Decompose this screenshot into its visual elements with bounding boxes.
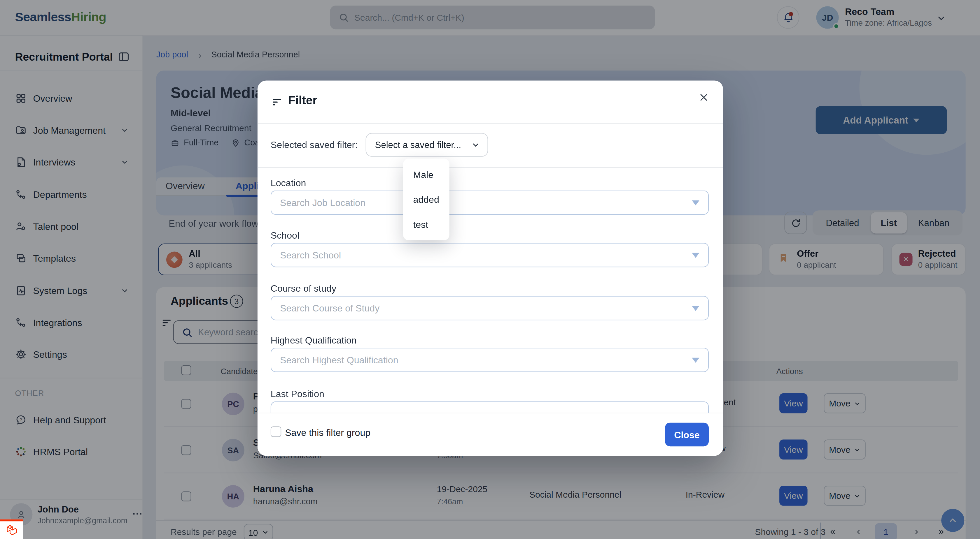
location-input[interactable]: Search Job Location (270, 190, 709, 215)
modal-header: Filter (258, 81, 723, 124)
saved-filter-select[interactable]: Select a saved filter... (366, 133, 488, 157)
school-input[interactable]: Search School (270, 243, 709, 268)
dropdown-option-male[interactable]: Male (403, 162, 449, 187)
course-placeholder: Search Course of Study (280, 303, 379, 313)
course-of-study-input[interactable]: Search Course of Study (270, 296, 709, 320)
app-root: SeamlessHiring Search... (Cmd+K or Ctrl+… (0, 0, 980, 539)
location-placeholder: Search Job Location (280, 197, 366, 208)
modal-footer: Save this filter group Close (258, 412, 723, 456)
save-filter-checkbox[interactable] (270, 426, 281, 437)
field-label-location: Location (270, 178, 306, 188)
saved-filter-dropdown-menu: Male added test (403, 159, 449, 240)
dropdown-option-test[interactable]: test (403, 212, 449, 236)
qualification-placeholder: Search Highest Qualification (280, 355, 398, 365)
caret-down-icon (692, 200, 699, 205)
chevron-down-icon (471, 140, 480, 149)
field-label-qualification: Highest Qualification (270, 335, 357, 345)
field-label-school: School (270, 230, 299, 240)
laravel-debugbar-badge[interactable] (0, 520, 23, 539)
laravel-icon (5, 524, 18, 536)
filter-modal: Filter Selected saved filter: Select a s… (258, 81, 723, 456)
highest-qualification-input[interactable]: Search Highest Qualification (270, 348, 709, 373)
field-label-last-position: Last Position (270, 388, 325, 399)
filter-icon (271, 96, 283, 108)
saved-filter-placeholder: Select a saved filter... (375, 140, 461, 150)
school-placeholder: Search School (280, 250, 341, 260)
caret-down-icon (692, 306, 699, 311)
modal-title: Filter (288, 94, 317, 107)
close-icon[interactable] (698, 92, 710, 103)
saved-filter-label: Selected saved filter: (270, 139, 358, 150)
dropdown-option-added[interactable]: added (403, 187, 449, 212)
save-filter-label: Save this filter group (285, 427, 371, 438)
caret-down-icon (692, 253, 699, 258)
caret-down-icon (692, 357, 699, 363)
close-button[interactable]: Close (665, 423, 709, 446)
field-label-course: Course of study (270, 283, 336, 293)
divider (258, 167, 723, 168)
